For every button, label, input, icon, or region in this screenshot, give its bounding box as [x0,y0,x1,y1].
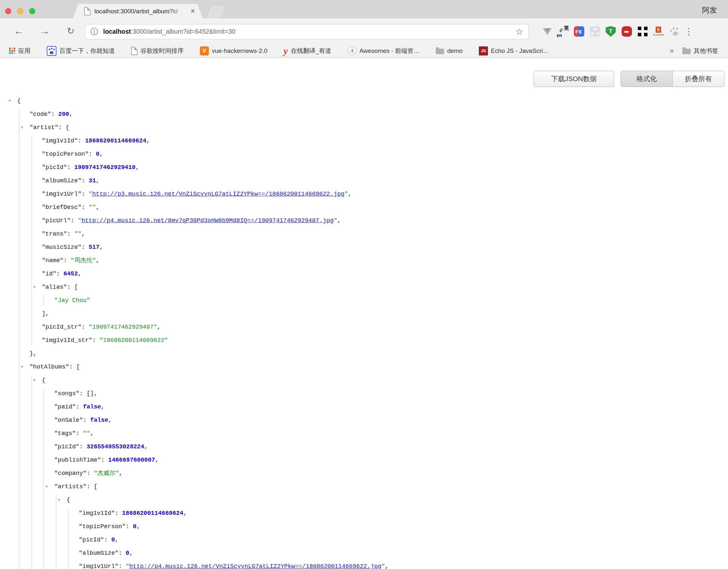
bookmark-demo-folder[interactable]: demo [436,47,463,54]
collapse-toggle-icon[interactable]: ▼ [8,94,11,108]
json-punct: , [337,217,341,224]
json-key: "albumSize" [79,550,118,557]
json-line: "code": 200, [0,108,728,121]
json-key: "id" [42,271,56,277]
json-punct: : [], [79,390,98,397]
forward-button[interactable]: → [35,18,55,44]
reload-button[interactable]: ↻ [61,18,80,44]
chrome-menu-icon[interactable]: ⋮ [682,26,695,37]
json-line: "img1v1Url": "http://p4.music.126.net/Vn… [0,560,728,569]
json-line: "publishTime": 1466697600007, [0,454,728,467]
bookmark-apps[interactable]: 应用 [9,47,30,55]
json-string: " [126,563,129,569]
json-url-link[interactable]: http://p4.music.126.net/VnZiScyynLG7atLI… [129,563,381,569]
bookmark-star-icon[interactable]: ☆ [516,27,523,37]
site-info-icon[interactable]: ⓘ [91,27,98,37]
indent-guide [68,509,69,569]
collapse-all-button[interactable]: 折叠所有 [673,71,724,87]
apps-grid-icon [9,48,15,54]
json-punct: : [ [87,483,97,490]
json-string: "" [83,430,90,437]
json-line: ▼"artists": [ [0,480,728,493]
vue-devtools-icon[interactable] [539,21,555,42]
json-punct: , [100,151,103,158]
back-button[interactable]: ← [9,18,29,44]
html5-player-icon[interactable]: 5 PLAYER [650,21,666,42]
json-number: 6452 [64,271,78,277]
json-key: "picId" [79,537,104,543]
json-punct: { [42,377,45,384]
json-punct: , [146,138,150,144]
close-window-button[interactable] [5,8,11,14]
json-tree: ▼{"code": 200,▼"artist": {"img1v1Id": 18… [0,94,728,569]
json-key: "topicPerson" [79,523,126,530]
close-tab-icon[interactable]: × [191,7,195,15]
json-url-link[interactable]: http://p3.music.126.net/VnZiScyynLG7atLI… [92,191,344,198]
paw-icon[interactable] [666,21,682,42]
json-number: 31 [89,177,96,184]
json-number: 1466697600007 [108,457,155,464]
json-punct: : [101,457,108,464]
json-punct: : [92,337,99,344]
new-tab-button[interactable] [206,5,227,19]
view-toggle-group: 格式化 折叠所有 [621,71,724,87]
json-punct: : [ [67,284,78,291]
json-punct: , [90,430,94,437]
other-bookmarks-folder[interactable]: 其他书签 [682,47,718,55]
json-key: "img1v1Id" [79,510,115,517]
json-punct: , [96,257,100,264]
collapse-toggle-icon[interactable]: ▼ [33,374,36,387]
tampermonkey-icon[interactable]: T [603,21,619,42]
collapse-toggle-icon[interactable]: ▼ [21,360,23,374]
json-line: ▼"artist": { [0,121,728,134]
fullscreen-window-button[interactable] [29,8,35,14]
json-punct: : [64,257,71,264]
bookmarks-overflow-chevron-icon[interactable]: » [670,46,674,55]
json-key: "songs" [54,390,79,397]
bookmark-echojs[interactable]: JS Echo JS - JavaScri… [479,46,549,55]
indent-guide [31,136,32,345]
json-key: "trans" [42,231,67,237]
address-bar[interactable]: ⓘ localhost:3000/artist_album?id=6452&li… [85,24,529,39]
json-line: "picUrl": "http://p4.music.126.net/8mv7q… [0,214,728,227]
fe-extension-icon[interactable]: FE [571,21,587,42]
url-text[interactable]: localhost:3000/artist_album?id=6452&limi… [103,28,516,35]
format-button[interactable]: 格式化 [621,71,673,87]
qr-code-icon[interactable] [635,21,650,42]
profile-name[interactable]: 阿发 [702,5,717,15]
json-punct: { [67,497,70,503]
json-url-link[interactable]: http://p4.music.126.net/8mv7qP30Pd3oHW8b… [81,217,334,224]
bookmarks-bar: 应用 百度一下，你就知道 谷歌按时间排序 V vue-hackernews-2.… [0,44,728,57]
json-string: " [334,217,337,224]
doc-icon [131,47,138,55]
bookmark-youdao-translate[interactable]: y 在线翻译_有道 [284,46,331,55]
json-line: "picId_str": "19097417462929407", [0,321,728,334]
json-line: ▼"hotAlbums": [ [0,360,728,374]
download-json-button[interactable]: 下载JSON数据 [534,71,614,87]
json-line: "picId": 19097417462929410, [0,161,728,174]
collapse-toggle-icon[interactable]: ▼ [33,281,36,294]
json-string: "周杰伦" [71,257,96,264]
json-line: "songs": [], [0,387,728,400]
sitemap-icon[interactable] [587,21,603,42]
bookmark-vue-hackernews[interactable]: V vue-hackernews-2.0 [200,46,267,55]
fast-forward-icon[interactable]: ▶▶ [619,21,635,42]
json-punct: : { [58,124,69,131]
extensions-area: 英 en ⇄ FE T ▶▶ 5 PLAYER ⋮ [539,18,695,44]
json-key: "company" [54,470,87,477]
collapse-toggle-icon[interactable]: ▼ [45,480,48,493]
minimize-window-button[interactable] [17,8,23,14]
json-key: "picUrl" [42,217,71,224]
bookmark-awesomes[interactable]: A Awesomes - 前端资… [347,46,419,55]
json-punct: , [108,417,112,424]
bookmark-google-sort[interactable]: 谷歌按时间排序 [131,47,184,55]
json-line: "tags": "", [0,427,728,440]
json-number: 0 [126,550,129,557]
collapse-toggle-icon[interactable]: ▼ [21,121,23,134]
translate-icon[interactable]: 英 en ⇄ [555,21,571,42]
bookmark-baidu[interactable]: 百度一下，你就知道 [47,46,115,56]
json-line: "img1v1Id": 18686200114669624, [0,134,728,148]
browser-tab[interactable]: localhost:3000/artist_album?id × [73,4,203,18]
collapse-toggle-icon[interactable]: ▼ [58,493,60,507]
json-boolean: false [83,404,101,410]
